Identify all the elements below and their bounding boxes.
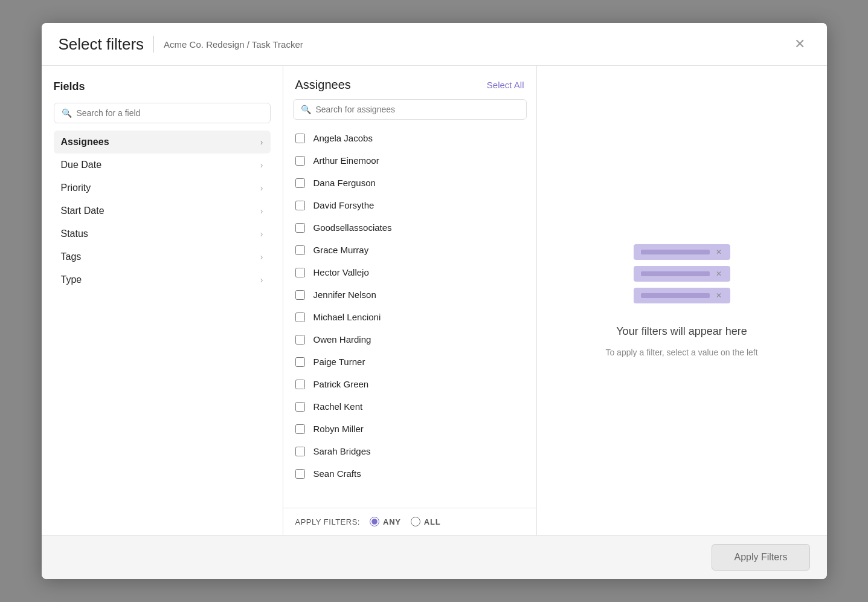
filter-any-label[interactable]: ANY (370, 517, 401, 526)
assignee-checkbox[interactable] (295, 424, 305, 434)
assignee-name: Goodsellassociates (313, 222, 392, 233)
assignee-checkbox[interactable] (295, 447, 305, 456)
filter-chip: ✕ (634, 288, 730, 303)
field-item-status[interactable]: Status› (54, 222, 271, 245)
search-icon: 🔍 (62, 108, 72, 118)
assignee-checkbox[interactable] (295, 402, 305, 412)
assignee-item[interactable]: Grace Murray (293, 239, 527, 261)
assignee-item[interactable]: Rachel Kent (293, 395, 527, 418)
field-item-label: Assignees (61, 137, 109, 147)
assignee-checkbox[interactable] (295, 134, 305, 143)
assignees-search-input[interactable] (316, 105, 519, 114)
filter-all-label[interactable]: ALL (411, 517, 441, 526)
assignee-name: Owen Harding (313, 334, 371, 345)
assignee-item[interactable]: Dana Ferguson (293, 172, 527, 194)
assignee-name: Michael Lencioni (313, 312, 381, 322)
header-divider (153, 36, 154, 53)
assignee-name: Hector Vallejo (313, 267, 369, 277)
chevron-right-icon: › (260, 183, 263, 193)
chevron-right-icon: › (260, 229, 263, 239)
assignee-checkbox[interactable] (295, 357, 305, 367)
field-item-assignees[interactable]: Assignees› (54, 131, 271, 154)
assignee-item[interactable]: Goodsellassociates (293, 216, 527, 239)
assignee-checkbox[interactable] (295, 469, 305, 479)
chevron-right-icon: › (260, 206, 263, 216)
assignees-search-icon: 🔍 (301, 105, 311, 114)
assignee-item[interactable]: Paige Turner (293, 351, 527, 373)
assignee-checkbox[interactable] (295, 156, 305, 166)
assignee-item[interactable]: Patrick Green (293, 373, 527, 395)
assignee-name: Patrick Green (313, 379, 369, 389)
chevron-right-icon: › (260, 252, 263, 262)
assignee-item[interactable]: Arthur Einemoor (293, 149, 527, 172)
apply-filters-button[interactable]: Apply Filters (712, 544, 809, 571)
assignee-item[interactable]: Robyn Miller (293, 418, 527, 440)
filter-chip: ✕ (634, 266, 730, 282)
filter-chip-close-icon[interactable]: ✕ (715, 270, 723, 278)
modal: Select filters Acme Co. Redesign / Task … (42, 23, 827, 579)
assignee-item[interactable]: Hector Vallejo (293, 261, 527, 283)
filter-chip-bar (641, 271, 710, 276)
assignee-name: David Forsythe (313, 200, 375, 210)
assignee-checkbox[interactable] (295, 223, 305, 233)
chevron-right-icon: › (260, 275, 263, 285)
field-item-label: Type (61, 274, 82, 285)
assignee-item[interactable]: Jennifer Nelson (293, 283, 527, 306)
assignee-checkbox[interactable] (295, 201, 305, 210)
assignee-checkbox[interactable] (295, 178, 305, 188)
field-item-priority[interactable]: Priority› (54, 176, 271, 199)
right-panel-main-text: Your filters will appear here (616, 325, 747, 338)
assignee-item[interactable]: Michael Lencioni (293, 306, 527, 328)
filter-chips: ✕ ✕ ✕ (634, 244, 730, 303)
filter-chip-close-icon[interactable]: ✕ (715, 248, 723, 256)
assignee-item[interactable]: David Forsythe (293, 194, 527, 216)
assignee-item[interactable]: Sarah Bridges (293, 440, 527, 462)
modal-header: Select filters Acme Co. Redesign / Task … (42, 23, 827, 66)
assignee-name: Sean Crafts (313, 468, 361, 479)
field-item-label: Status (61, 228, 88, 239)
select-all-button[interactable]: Select All (487, 80, 524, 90)
assignee-name: Rachel Kent (313, 401, 363, 412)
assignee-item[interactable]: Sean Crafts (293, 462, 527, 485)
right-panel-sub-text: To apply a filter, select a value on the… (605, 348, 757, 357)
close-button[interactable]: ✕ (789, 34, 810, 54)
field-item-label: Priority (61, 183, 91, 193)
right-panel: ✕ ✕ ✕ Your filters will appear here To a… (537, 66, 827, 535)
filter-all-radio[interactable] (411, 517, 420, 526)
filter-any-text: ANY (383, 517, 401, 526)
field-item-start-date[interactable]: Start Date› (54, 199, 271, 222)
assignee-item[interactable]: Angela Jacobs (293, 127, 527, 149)
filter-chip-close-icon[interactable]: ✕ (715, 291, 723, 300)
assignees-list: Angela Jacobs Arthur Einemoor Dana Fergu… (283, 127, 536, 508)
fields-heading: Fields (54, 80, 271, 93)
assignees-header: Assignees Select All (283, 66, 536, 99)
assignee-item[interactable]: Owen Harding (293, 328, 527, 351)
chevron-right-icon: › (260, 160, 263, 170)
fields-search-input[interactable] (77, 108, 263, 118)
filter-chip: ✕ (634, 244, 730, 260)
modal-title: Select filters (59, 35, 144, 54)
assignee-checkbox[interactable] (295, 245, 305, 255)
chevron-right-icon: › (260, 137, 263, 147)
fields-search-box: 🔍 (54, 103, 271, 123)
filter-chip-bar (641, 293, 710, 298)
modal-body: Fields 🔍 Assignees›Due Date›Priority›Sta… (42, 66, 827, 535)
assignee-checkbox[interactable] (295, 312, 305, 322)
field-item-tags[interactable]: Tags› (54, 245, 271, 268)
field-item-label: Start Date (61, 206, 104, 216)
filter-any-radio[interactable] (370, 517, 379, 526)
fields-list: Assignees›Due Date›Priority›Start Date›S… (54, 131, 271, 291)
fields-panel: Fields 🔍 Assignees›Due Date›Priority›Sta… (42, 66, 283, 535)
assignees-title: Assignees (295, 78, 351, 92)
assignee-checkbox[interactable] (295, 380, 305, 389)
assignee-checkbox[interactable] (295, 290, 305, 300)
assignees-panel: Assignees Select All 🔍 Angela Jacobs Art… (283, 66, 537, 535)
field-item-type[interactable]: Type› (54, 268, 271, 291)
assignee-name: Paige Turner (313, 357, 365, 367)
assignee-name: Dana Ferguson (313, 178, 376, 188)
assignee-name: Jennifer Nelson (313, 290, 376, 300)
assignee-checkbox[interactable] (295, 268, 305, 277)
field-item-due-date[interactable]: Due Date› (54, 154, 271, 176)
assignee-checkbox[interactable] (295, 335, 305, 345)
assignee-name: Robyn Miller (313, 424, 364, 434)
